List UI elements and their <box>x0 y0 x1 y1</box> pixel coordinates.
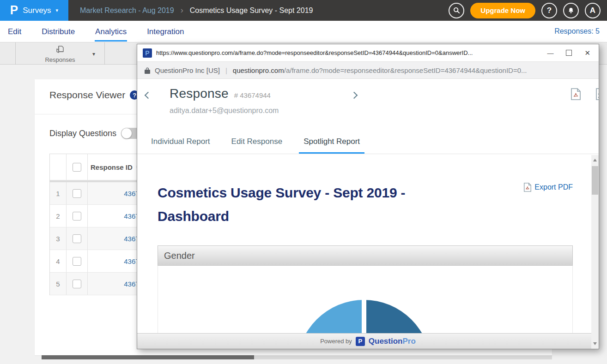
lock-icon <box>145 67 150 74</box>
gender-panel-header: Gender <box>158 245 573 266</box>
window-controls: — ✕ <box>547 49 593 57</box>
vertical-scrollbar-thumb[interactable] <box>592 166 598 195</box>
topbar: P Surveys ▾ Market Research - Aug 2019 ›… <box>0 0 607 21</box>
search-button[interactable] <box>449 3 464 18</box>
response-popup-window: P https://www.questionpro.com/a/frame.do… <box>137 44 599 349</box>
row-checkbox[interactable] <box>73 212 81 221</box>
breadcrumb: Market Research - Aug 2019 › Cosmetics U… <box>80 6 313 15</box>
response-title: Response <box>170 86 229 101</box>
avatar-initial: A <box>590 6 595 15</box>
report-tabs: Individual Report Edit Response Spotligh… <box>137 131 599 154</box>
row-checkbox[interactable] <box>73 280 81 288</box>
export-pdf-label: Export PDF <box>534 183 573 191</box>
response-header: Response # 43674944 aditya.datar+5@quest… <box>137 79 599 131</box>
export-pdf-link[interactable]: Export PDF <box>524 183 573 192</box>
row-number: 3 <box>50 227 67 250</box>
response-id-header-label: Response ID <box>91 163 133 171</box>
powered-by-label: Powered by <box>320 338 352 345</box>
gender-panel-body <box>158 266 573 333</box>
url-domain: questionpro.com <box>233 66 284 74</box>
responses-toolbar-button[interactable]: Responses <box>15 42 105 65</box>
display-questions-label: Display Questions <box>49 129 116 138</box>
security-separator: | <box>225 66 227 74</box>
notifications-button[interactable] <box>563 3 579 18</box>
avatar[interactable]: A <box>585 3 601 18</box>
brand-question: Question <box>369 337 403 346</box>
popup-url: https://www.questionpro.com/a/frame.do?m… <box>156 49 530 56</box>
response-title-row: Response # 43674944 <box>170 86 271 101</box>
survey-nav: Edit Distribute Analytics Integration Re… <box>0 21 607 42</box>
spotlight-report-content: Cosmetics Usage Survey - Sept 2019 - Das… <box>137 154 591 333</box>
responses-icon <box>55 44 66 55</box>
report-title-line2: Dashboard <box>158 204 453 228</box>
security-bar: QuestionPro Inc [US] | questionpro.com/a… <box>137 62 599 79</box>
upgrade-now-button[interactable]: Upgrade Now <box>470 3 535 18</box>
nav-item-edit[interactable]: Edit <box>7 22 22 42</box>
row-number-header <box>50 154 67 180</box>
previous-response-button[interactable] <box>145 92 152 99</box>
nav-item-integration[interactable]: Integration <box>146 22 184 42</box>
gender-panel: Gender <box>158 245 573 333</box>
select-all-checkbox[interactable] <box>73 163 81 172</box>
close-icon[interactable]: ✕ <box>584 49 590 57</box>
questionpro-logo-icon: P <box>10 3 18 18</box>
gender-pie <box>297 300 431 333</box>
breadcrumb-parent-link[interactable]: Market Research - Aug 2019 <box>80 6 174 15</box>
tab-individual-report[interactable]: Individual Report <box>146 131 215 154</box>
popup-titlebar[interactable]: P https://www.questionpro.com/a/frame.do… <box>137 44 599 62</box>
certificate-org[interactable]: QuestionPro Inc [US] <box>155 66 220 74</box>
questionpro-favicon: P <box>143 48 152 58</box>
breadcrumb-separator-icon: › <box>181 6 183 15</box>
questionpro-brand[interactable]: QuestionPro <box>369 337 416 346</box>
minimize-icon[interactable]: — <box>547 49 553 57</box>
search-icon <box>453 6 461 14</box>
bell-icon <box>567 7 575 14</box>
export-pdf-icon[interactable] <box>571 88 581 100</box>
row-checkbox[interactable] <box>73 257 81 266</box>
topbar-actions: Upgrade Now ? A <box>449 3 607 18</box>
maximize-icon[interactable] <box>566 50 572 56</box>
toggle-knob <box>121 128 132 138</box>
questionpro-footer-logo-icon: P <box>356 337 365 346</box>
surveys-menu[interactable]: P Surveys ▾ <box>0 0 68 21</box>
report-title: Cosmetics Usage Survey - Sept 2019 - Das… <box>158 181 453 228</box>
responses-toolbar-label: Responses <box>45 56 75 63</box>
powered-by-footer: Powered by P QuestionPro <box>137 333 599 349</box>
nav-item-distribute[interactable]: Distribute <box>41 22 75 42</box>
surveys-menu-label: Surveys <box>23 6 51 15</box>
row-number: 1 <box>50 182 67 204</box>
scroll-down-arrow-icon[interactable] <box>593 342 597 345</box>
row-checkbox[interactable] <box>73 189 81 198</box>
response-id-value: # 43674944 <box>234 91 271 99</box>
response-viewer-title-row: Response Viewer ? <box>49 90 139 101</box>
chevron-down-icon: ▾ <box>56 8 59 13</box>
gender-panel-title: Gender <box>164 251 195 261</box>
nav-item-analytics[interactable]: Analytics <box>95 22 127 42</box>
horizontal-scrollbar-thumb[interactable] <box>42 355 254 359</box>
tab-edit-response[interactable]: Edit Response <box>227 131 287 154</box>
row-checkbox[interactable] <box>73 234 81 243</box>
pdf-file-icon <box>524 183 531 192</box>
breadcrumb-current: Cosmetics Usage Survey - Sept 2019 <box>190 6 313 15</box>
export-excel-icon[interactable] <box>596 88 599 100</box>
toolbar-caret-icon[interactable]: ▾ <box>92 51 95 57</box>
url-path: /a/frame.do?mode=responseeditor&response… <box>284 66 527 74</box>
page-title: Response Viewer <box>49 90 125 101</box>
screen: P Surveys ▾ Market Research - Aug 2019 ›… <box>0 0 607 364</box>
tab-spotlight-report[interactable]: Spotlight Report <box>299 131 364 154</box>
horizontal-scrollbar[interactable] <box>42 355 552 359</box>
help-button[interactable]: ? <box>541 3 557 18</box>
scroll-up-arrow-icon[interactable] <box>593 159 597 161</box>
popup-vertical-scrollbar[interactable] <box>591 155 599 349</box>
brand-pro: Pro <box>402 337 415 346</box>
next-response-button[interactable] <box>351 92 358 99</box>
row-number: 2 <box>50 205 67 227</box>
row-number: 4 <box>50 250 67 272</box>
question-mark-icon: ? <box>547 6 552 15</box>
respondent-email: aditya.datar+5@questionpro.com <box>170 107 279 115</box>
row-number: 5 <box>50 273 67 295</box>
report-title-line1: Cosmetics Usage Survey - Sept 2019 - <box>158 181 453 204</box>
responses-count: Responses: 5 <box>554 27 600 36</box>
